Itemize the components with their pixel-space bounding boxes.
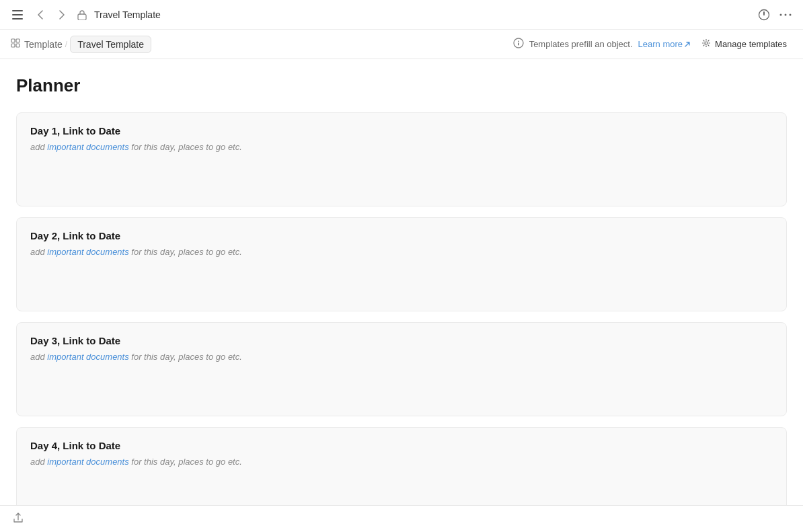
top-bar-actions — [755, 5, 795, 24]
svg-rect-6 — [763, 11, 765, 15]
day-2-title: Day 2, Link to Date — [30, 230, 773, 241]
page-title: Planner — [16, 75, 787, 96]
day-card-2[interactable]: Day 2, Link to Dateadd important documen… — [16, 217, 787, 311]
day-4-subtitle: add important documents for this day, pl… — [30, 457, 773, 467]
more-options-button[interactable] — [776, 5, 795, 24]
day-2-link[interactable]: important documents — [47, 247, 128, 257]
svg-point-15 — [518, 41, 519, 42]
day-1-title: Day 1, Link to Date — [30, 125, 773, 137]
current-tab[interactable]: Travel Template — [70, 36, 151, 53]
manage-templates-button[interactable]: Manage templates — [696, 36, 792, 52]
svg-rect-11 — [16, 39, 20, 42]
top-bar: Travel Template — [0, 0, 803, 30]
svg-point-8 — [785, 13, 787, 15]
page-lock-icon — [75, 8, 89, 22]
day-1-link[interactable]: important documents — [47, 142, 128, 152]
svg-rect-3 — [78, 14, 86, 20]
day-4-title: Day 4, Link to Date — [30, 440, 773, 451]
day-cards-container: Day 1, Link to Dateadd important documen… — [16, 112, 787, 505]
learn-more-link[interactable]: Learn more — [638, 39, 691, 49]
tab-bar-right: Templates prefill an object. Learn more … — [513, 36, 792, 52]
share-icon[interactable] — [11, 510, 26, 528]
info-icon — [513, 38, 524, 50]
template-icon — [11, 38, 20, 50]
day-3-title: Day 3, Link to Date — [30, 335, 773, 346]
circle-action-button[interactable] — [755, 5, 773, 24]
svg-rect-12 — [11, 44, 15, 47]
current-tab-label: Travel Template — [77, 39, 144, 50]
day-3-link[interactable]: important documents — [47, 352, 128, 362]
svg-rect-10 — [11, 39, 15, 42]
svg-rect-13 — [16, 44, 20, 47]
top-bar-title: Travel Template — [94, 9, 749, 20]
svg-rect-0 — [12, 10, 23, 11]
svg-rect-2 — [12, 18, 23, 20]
svg-point-9 — [790, 13, 792, 15]
svg-point-7 — [780, 13, 782, 15]
svg-rect-16 — [518, 43, 519, 46]
day-3-subtitle: add important documents for this day, pl… — [30, 352, 773, 362]
templates-info-text: Templates prefill an object. — [529, 39, 633, 49]
day-card-1[interactable]: Day 1, Link to Dateadd important documen… — [16, 112, 787, 206]
template-breadcrumb[interactable]: Template — [11, 38, 63, 50]
main-content: Planner Day 1, Link to Dateadd important… — [0, 59, 803, 505]
day-card-3[interactable]: Day 3, Link to Dateadd important documen… — [16, 322, 787, 416]
breadcrumb-separator: / — [65, 40, 67, 49]
day-2-subtitle: add important documents for this day, pl… — [30, 247, 773, 257]
breadcrumb-nav: Template / Travel Template — [11, 36, 151, 53]
manage-templates-label: Manage templates — [715, 39, 787, 49]
gear-icon — [701, 38, 711, 50]
day-card-4[interactable]: Day 4, Link to Dateadd important documen… — [16, 427, 787, 505]
day-1-subtitle: add important documents for this day, pl… — [30, 142, 773, 152]
menu-icon[interactable] — [8, 5, 27, 24]
day-4-link[interactable]: important documents — [47, 457, 128, 467]
template-label: Template — [24, 39, 63, 50]
forward-button[interactable] — [54, 7, 70, 23]
bottom-bar — [0, 505, 803, 532]
svg-point-17 — [705, 42, 708, 44]
svg-rect-1 — [12, 14, 23, 15]
tab-bar: Template / Travel Template Templates pre… — [0, 30, 803, 59]
back-button[interactable] — [32, 7, 48, 23]
